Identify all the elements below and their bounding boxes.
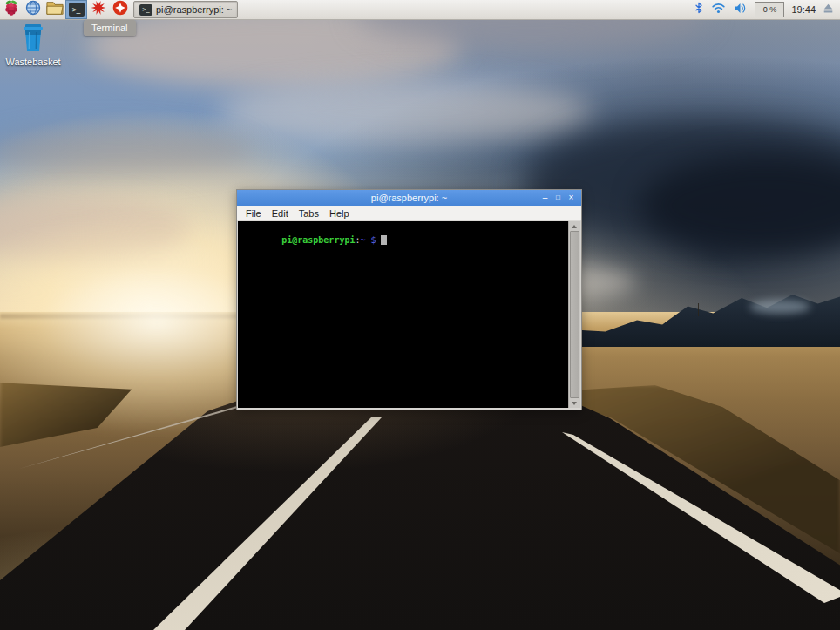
taskbar-window-button-label: pi@raspberrypi: ~ bbox=[156, 4, 232, 15]
window-title: pi@raspberrypi: ~ bbox=[237, 190, 581, 206]
terminal-icon: >_ bbox=[139, 4, 152, 16]
terminal-launcher-button[interactable]: >_ bbox=[65, 0, 87, 19]
mountain-snow bbox=[749, 300, 810, 314]
bluetooth-icon[interactable] bbox=[694, 1, 704, 18]
wastebasket-label: Wastebasket bbox=[5, 57, 60, 67]
web-browser-button[interactable] bbox=[22, 0, 44, 19]
mathematica-button[interactable] bbox=[87, 0, 109, 19]
mathematica-spikey-icon bbox=[90, 0, 107, 20]
minimize-button[interactable]: – bbox=[539, 190, 552, 206]
cpu-usage-monitor[interactable]: 0 % bbox=[755, 2, 784, 17]
close-button[interactable]: × bbox=[565, 190, 578, 206]
arrow-up-icon bbox=[572, 225, 577, 228]
file-manager-button[interactable] bbox=[44, 0, 65, 19]
clock[interactable]: 19:44 bbox=[791, 4, 816, 15]
taskbar-window-button-terminal[interactable]: >_ pi@raspberrypi: ~ bbox=[133, 1, 238, 18]
terminal-menubar: File Edit Tabs Help bbox=[237, 206, 581, 221]
telephone-pole bbox=[698, 303, 699, 316]
shell-prompt: pi@raspberrypi:~$ bbox=[240, 223, 567, 257]
maximize-button[interactable]: □ bbox=[552, 190, 565, 206]
terminal-titlebar[interactable]: pi@raspberrypi: ~ – □ × bbox=[237, 190, 581, 206]
prompt-symbol: $ bbox=[371, 235, 376, 245]
globe-icon bbox=[24, 0, 42, 20]
menu-help[interactable]: Help bbox=[324, 207, 355, 220]
scrollbar-up-button[interactable] bbox=[569, 221, 579, 231]
cpu-usage-value: 0 % bbox=[763, 5, 777, 14]
applications-menu-button[interactable] bbox=[0, 0, 22, 19]
scrollbar-thumb[interactable] bbox=[570, 231, 579, 398]
terminal-screen[interactable]: pi@raspberrypi:~$ bbox=[238, 221, 569, 408]
taskbar-system-tray: 0 % 19:44 bbox=[694, 1, 840, 18]
cloud bbox=[218, 80, 593, 145]
telephone-pole bbox=[647, 301, 647, 314]
scrollbar-down-button[interactable] bbox=[569, 398, 579, 408]
wastebasket-desktop-icon[interactable]: Wastebasket bbox=[5, 24, 61, 67]
menu-edit[interactable]: Edit bbox=[267, 207, 294, 220]
menu-file[interactable]: File bbox=[240, 207, 267, 220]
terminal-icon: >_ bbox=[69, 3, 85, 17]
eject-icon[interactable] bbox=[823, 2, 834, 17]
folder-icon bbox=[45, 0, 64, 20]
window-controls: – □ × bbox=[539, 190, 578, 206]
taskbar: >_ >_ pi@raspberrypi: ~ bbox=[0, 0, 840, 20]
terminal-tooltip: Terminal bbox=[84, 20, 136, 36]
wolfram-icon bbox=[112, 0, 129, 20]
raspberry-pi-icon bbox=[3, 0, 20, 20]
wolfram-button[interactable] bbox=[109, 0, 131, 19]
prompt-path: ~ bbox=[361, 235, 366, 245]
wifi-icon[interactable] bbox=[711, 2, 726, 17]
prompt-user-host: pi@raspberrypi bbox=[281, 235, 355, 245]
wastebasket-icon bbox=[20, 24, 46, 55]
terminal-window[interactable]: pi@raspberrypi: ~ – □ × File Edit Tabs H… bbox=[236, 189, 582, 410]
terminal-scrollbar[interactable] bbox=[568, 221, 580, 408]
terminal-content-area: pi@raspberrypi:~$ bbox=[237, 221, 581, 410]
volume-icon[interactable] bbox=[733, 2, 748, 18]
menu-tabs[interactable]: Tabs bbox=[294, 207, 324, 220]
arrow-down-icon bbox=[572, 402, 577, 405]
terminal-cursor bbox=[381, 235, 387, 245]
